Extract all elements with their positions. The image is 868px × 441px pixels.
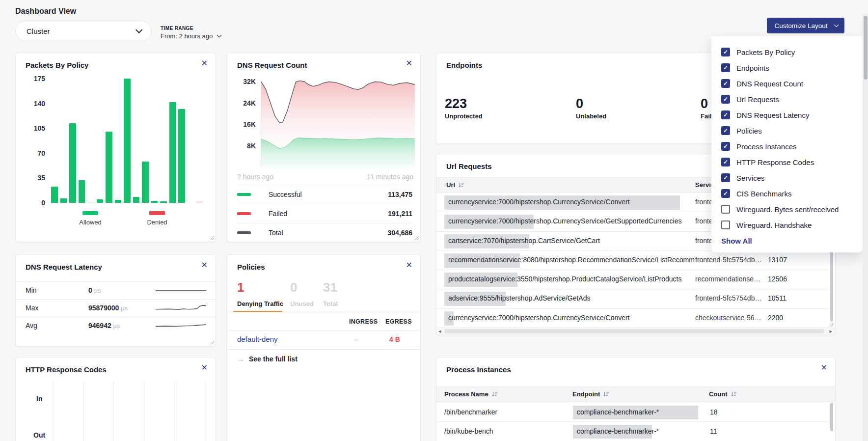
column-header-ingress: INGRESS	[349, 318, 378, 325]
endpoint-stat-unprotected: 223Unprotected	[445, 96, 483, 120]
chevron-down-icon	[136, 27, 142, 33]
table-row: currencyservice:7000/hipstershop.Currenc…	[436, 309, 828, 328]
stat-value: 0	[576, 96, 606, 111]
menu-item-label: Url Requests	[736, 95, 779, 104]
resize-handle[interactable]	[414, 236, 419, 240]
menu-item-dns-request-latency[interactable]: ✓DNS Request Latency	[721, 107, 853, 123]
scrollbar-thumb[interactable]	[830, 248, 833, 321]
sort-icon[interactable]	[491, 391, 498, 397]
checkbox-unchecked-icon[interactable]	[721, 205, 730, 214]
count-cell: 13107	[768, 256, 787, 264]
panel-title: HTTP Response Codes	[26, 365, 107, 374]
bar-allowed	[142, 162, 149, 203]
policy-link[interactable]: default-deny	[237, 335, 278, 343]
checkbox-checked-icon[interactable]: ✓	[721, 110, 730, 119]
checkbox-checked-icon[interactable]: ✓	[721, 158, 730, 166]
checkbox-checked-icon[interactable]: ✓	[721, 79, 730, 88]
menu-item-policies[interactable]: ✓Policies	[721, 123, 853, 138]
menu-item-cis-benchmarks[interactable]: ✓CIS Benchmarks	[721, 186, 853, 201]
view-selector[interactable]: Cluster	[15, 21, 152, 41]
page-scrollbar[interactable]	[863, 14, 868, 441]
panel-title: Url Requests	[446, 162, 492, 170]
legend-value: 191,211	[388, 210, 412, 218]
time-range-value: From: 2 hours ago	[161, 32, 213, 40]
scroll-left-icon[interactable]: ◂	[438, 328, 441, 334]
policies-tab-total[interactable]: Total	[323, 300, 338, 307]
menu-item-label: DNS Request Count	[736, 80, 803, 88]
column-header-process-name[interactable]: Process Name	[444, 390, 498, 398]
close-icon[interactable]: ✕	[201, 261, 208, 269]
latency-sparkline	[155, 321, 207, 331]
close-icon[interactable]: ✕	[201, 364, 208, 372]
table-row: adservice:9555/hipstershop.AdService/Get…	[436, 289, 828, 308]
process-name-cell: /bin/kube-bench	[444, 427, 493, 435]
column-header-endpoint[interactable]: Endpoint	[572, 390, 609, 398]
process-name-cell: /bin/benchmarker	[444, 408, 497, 416]
menu-item-wireguard-handshake[interactable]: Wireguard. Handshake	[721, 217, 853, 233]
menu-item-url-requests[interactable]: ✓Url Requests	[721, 91, 853, 107]
bar-allowed	[133, 197, 140, 203]
sort-icon[interactable]	[603, 391, 609, 397]
close-icon[interactable]: ✕	[406, 261, 412, 269]
checkbox-checked-icon[interactable]: ✓	[721, 48, 730, 56]
menu-item-endpoints[interactable]: ✓Endpoints	[721, 60, 853, 76]
sort-icon[interactable]	[458, 182, 464, 188]
menu-item-http-response-codes[interactable]: ✓HTTP Response Codes	[721, 154, 853, 170]
close-icon[interactable]: ✕	[201, 59, 208, 67]
bar-allowed	[151, 201, 158, 203]
customize-layout-label: Customize Layout	[774, 22, 827, 29]
checkbox-checked-icon[interactable]: ✓	[721, 95, 730, 104]
resize-handle[interactable]	[210, 340, 214, 344]
menu-item-services[interactable]: ✓Services	[721, 170, 853, 186]
count-cell: 2200	[768, 314, 783, 322]
checkbox-checked-icon[interactable]: ✓	[721, 173, 730, 182]
scrollbar-thumb[interactable]	[444, 329, 824, 333]
legend-label: Denied	[138, 219, 176, 226]
show-all-link[interactable]: Show All	[721, 237, 853, 245]
sort-icon[interactable]	[731, 391, 737, 397]
checkbox-unchecked-icon[interactable]	[721, 220, 730, 229]
menu-item-wireguard-bytes-sent-received[interactable]: Wireguard. Bytes sent/received	[721, 201, 853, 217]
y-tick-label: 70	[16, 149, 45, 157]
page-title: Dashboard View	[15, 7, 76, 16]
y-tick-label: 105	[16, 124, 45, 132]
bar-allowed	[87, 202, 94, 203]
row-label-out: Out	[33, 431, 45, 439]
checkbox-checked-icon[interactable]: ✓	[721, 142, 730, 151]
close-icon[interactable]: ✕	[821, 364, 827, 372]
panel-title: DNS Request Count	[237, 61, 307, 69]
menu-item-dns-request-count[interactable]: ✓DNS Request Count	[721, 76, 853, 91]
policies-tab-denying-traffic[interactable]: Denying Traffic	[237, 300, 283, 307]
scroll-right-icon[interactable]: ▸	[829, 328, 832, 334]
count-cell: 18	[710, 408, 718, 416]
service-cell: frontend-5fc5754db…	[695, 294, 761, 302]
column-header-label: Url	[446, 181, 455, 189]
chevron-down-icon	[217, 32, 222, 37]
resize-handle[interactable]	[829, 322, 834, 327]
page-scrollbar-thumb[interactable]	[864, 16, 868, 80]
horizontal-scrollbar[interactable]: ◂ ▸	[436, 328, 835, 334]
checkbox-checked-icon[interactable]: ✓	[721, 189, 730, 198]
see-full-list-link[interactable]: →See the full list	[237, 355, 298, 363]
vertical-scrollbar[interactable]	[830, 403, 833, 441]
count-cell: 10511	[768, 294, 787, 302]
legend-row-successful: Successful113,475	[237, 185, 412, 204]
divider	[227, 349, 420, 350]
policies-tab-value-denying-traffic: 1	[237, 280, 244, 294]
column-header-count[interactable]: Count	[709, 390, 737, 398]
x-label-start: 2 hours ago	[237, 173, 273, 181]
legend-swatch	[237, 231, 251, 234]
resize-handle[interactable]	[210, 236, 214, 240]
latency-row-max: Max95879000 µs	[16, 299, 216, 317]
menu-item-process-instances[interactable]: ✓Process Instances	[721, 138, 853, 154]
column-header-url[interactable]: Url	[446, 181, 464, 189]
checkbox-checked-icon[interactable]: ✓	[721, 63, 730, 72]
policies-tab-unused[interactable]: Unused	[290, 300, 314, 307]
scrollbar-thumb[interactable]	[830, 403, 833, 431]
time-range-control[interactable]: TIME RANGE From: 2 hours ago	[161, 26, 220, 40]
menu-item-packets-by-policy[interactable]: ✓Packets By Policy	[721, 44, 853, 60]
gridline	[144, 381, 144, 441]
checkbox-checked-icon[interactable]: ✓	[721, 126, 730, 135]
close-icon[interactable]: ✕	[406, 59, 412, 67]
customize-layout-button[interactable]: Customize Layout	[767, 18, 844, 33]
